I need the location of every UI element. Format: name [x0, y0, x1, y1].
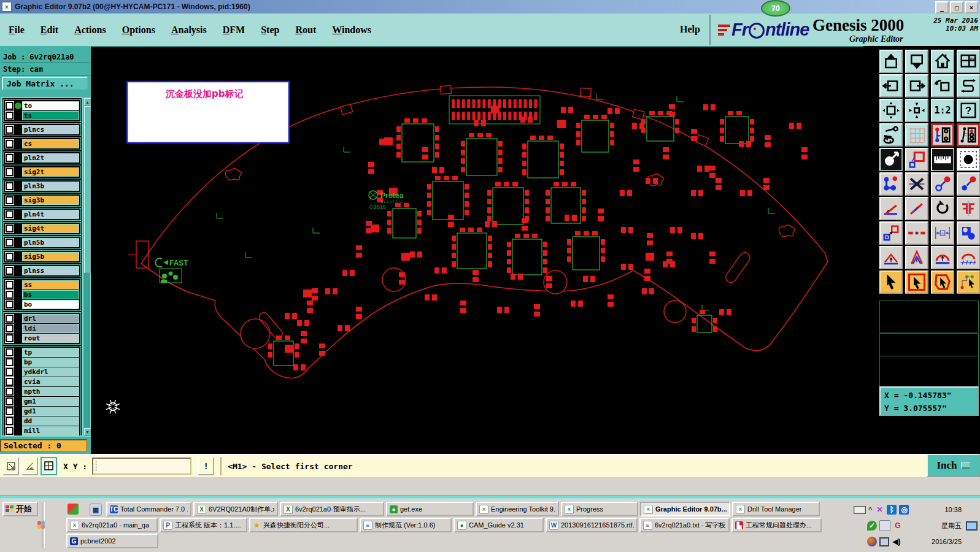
tool-zoom-out-fit[interactable] [879, 99, 903, 122]
layer-checkbox[interactable] [6, 291, 14, 299]
browser-tray-icon[interactable] [867, 537, 877, 546]
task-button[interactable]: X6v2rq021a0-预审指示... [280, 502, 384, 516]
layer-name[interactable]: npth [23, 388, 79, 396]
layer-checkbox[interactable] [6, 315, 14, 323]
layer-name[interactable]: bo [23, 301, 79, 309]
menu-analysis[interactable]: Analysis [171, 25, 207, 36]
collapse-tray-icon[interactable]: ^ [868, 506, 872, 513]
tool-pan-right[interactable] [905, 74, 928, 98]
tool-break-line[interactable] [905, 221, 928, 245]
layer-checkbox[interactable] [6, 196, 14, 204]
layer-name[interactable]: drl [23, 315, 79, 323]
session-badge[interactable]: 70 [761, 0, 790, 17]
layer-checkbox[interactable] [6, 358, 14, 366]
layer-checkbox[interactable] [6, 324, 14, 332]
scroll-up-icon[interactable]: ▲ [84, 98, 91, 105]
tool-select-net[interactable] [957, 270, 980, 294]
layer-row-tp[interactable]: tp [4, 348, 80, 357]
layer-name[interactable]: bs [23, 291, 79, 299]
tool-construct-angle[interactable] [879, 197, 903, 220]
layer-name[interactable]: ss [23, 281, 79, 289]
layer-row-cvia[interactable]: cvia [4, 377, 80, 386]
pcb-canvas[interactable]: ProteaELECTRIC©2015FAST沉金板没加pb标记 [91, 48, 863, 454]
layer-checkbox[interactable] [6, 427, 14, 435]
layer-name[interactable]: sig4t [23, 224, 79, 232]
layer-checkbox[interactable] [6, 140, 14, 148]
layer-row-bo[interactable]: bo [4, 300, 80, 309]
units-selector[interactable]: Inch [927, 454, 980, 477]
tool-select-polygon[interactable] [931, 270, 954, 294]
layer-checkbox[interactable] [6, 281, 14, 289]
task-button[interactable]: ★兴森快捷衡阳分公司... [249, 518, 358, 532]
tool-pan-left[interactable] [879, 74, 903, 98]
task-button[interactable]: P工程系统 版本：1.1.... [160, 518, 247, 532]
layer-checkbox[interactable] [6, 224, 14, 232]
tool-transform-pad[interactable] [879, 221, 903, 245]
tool-select-window[interactable] [905, 270, 928, 294]
layer-name[interactable]: pln2t [23, 154, 79, 162]
tool-origin-state-a[interactable] [931, 123, 954, 147]
menu-step[interactable]: Step [261, 25, 279, 36]
tool-measure-ruler[interactable] [931, 148, 954, 171]
layer-name[interactable]: ydkdrl [23, 368, 79, 376]
tool-delete[interactable] [905, 172, 928, 196]
job-matrix-button[interactable]: Job Matrix ... [2, 77, 88, 90]
tool-clip-overlay-up[interactable] [879, 50, 903, 73]
tool-rotate[interactable] [931, 197, 954, 220]
tray-x-icon[interactable]: ✕ [874, 505, 884, 515]
layer-checkbox[interactable] [6, 210, 14, 218]
task-button[interactable]: W20130916121651875.rtf... [546, 518, 638, 532]
layer-name[interactable]: mill [23, 427, 79, 435]
pan-tool-button[interactable] [2, 457, 19, 475]
menu-dfm[interactable]: DFM [223, 25, 245, 36]
tool-measure-width[interactable]: 4 [931, 221, 954, 245]
speaker-tray-icon[interactable]: ◀) [892, 537, 901, 546]
show-desktop-icon[interactable] [966, 521, 978, 531]
tool-arc-by-points[interactable] [879, 246, 903, 269]
units-dropdown-icon[interactable] [961, 462, 970, 469]
layer-row-ldi[interactable]: ldi [4, 324, 80, 333]
task-button[interactable]: ×Drill Tool Manager [732, 502, 820, 516]
layer-name[interactable]: sig3b [23, 196, 79, 204]
layer-checkbox[interactable] [6, 368, 14, 376]
layer-checkbox[interactable] [6, 253, 14, 261]
menu-help[interactable]: Help [680, 24, 700, 35]
layer-row-dd[interactable]: dd [4, 416, 80, 426]
layer-checkbox[interactable] [6, 334, 14, 342]
layer-row-mill[interactable]: mill [4, 426, 80, 435]
layer-name[interactable]: gd1 [23, 407, 79, 415]
tool-mirror[interactable] [957, 197, 980, 220]
menu-file[interactable]: File [9, 25, 25, 36]
layer-row-cs[interactable]: cs [4, 139, 80, 148]
task-button[interactable]: ▙工程常规问题处理办... [731, 518, 822, 532]
tool-arc-chord[interactable] [957, 246, 980, 269]
layer-name[interactable]: bp [23, 358, 79, 366]
task-button[interactable]: ×6v2rq021a0 - main_qa [66, 518, 158, 532]
g-input-tray-icon[interactable]: G [893, 521, 903, 531]
layer-row-pln3b[interactable]: pln3b [4, 182, 80, 191]
task-button[interactable]: ×Progress [561, 502, 638, 516]
task-button[interactable]: ≡6v2rq021a0.txt - 写字板 [639, 518, 730, 532]
xy-input[interactable] [92, 458, 191, 475]
layer-name[interactable]: ts [23, 112, 79, 120]
layer-row-plnss[interactable]: plnss [4, 266, 80, 275]
task-button[interactable]: ×Engineering Toolkit 9.0... [476, 502, 559, 516]
clipboard-tray-icon[interactable] [879, 520, 890, 531]
layer-name[interactable]: rout [23, 334, 79, 342]
task-button[interactable]: ≡制作规范 (Ver:1.0.6) [360, 518, 452, 532]
layer-name[interactable]: sig5b [23, 253, 79, 261]
menu-actions[interactable]: Actions [74, 25, 106, 36]
layer-checkbox[interactable] [6, 301, 14, 309]
keyboard-tray-icon[interactable] [854, 506, 866, 514]
menu-rout[interactable]: Rout [295, 25, 316, 36]
bluetooth-icon[interactable]: ᛒ [887, 505, 897, 515]
layer-row-rout[interactable]: rout [4, 334, 80, 343]
layer-checkbox[interactable] [6, 407, 14, 415]
task-button[interactable]: ●get.exe [386, 502, 474, 516]
tool-home-view[interactable] [931, 50, 954, 73]
layer-name[interactable]: pln5b [23, 239, 79, 247]
layer-name[interactable]: cs [23, 140, 79, 148]
layer-row-sig4t[interactable]: sig4t [4, 224, 80, 233]
tool-serpentine-view[interactable] [957, 74, 980, 98]
layer-name[interactable]: gm1 [23, 397, 79, 405]
